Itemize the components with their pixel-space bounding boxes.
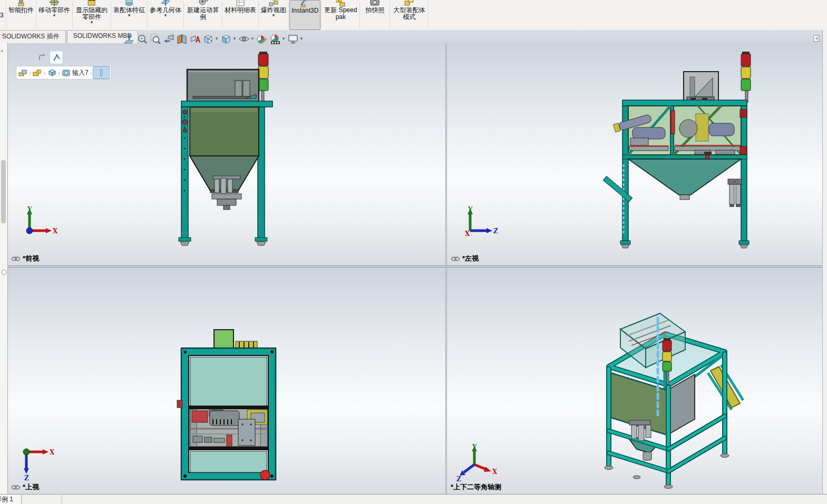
ribbon-button-smart-fastener[interactable]: 智能扣件 <box>7 0 35 30</box>
left-view-triad: Y Z X <box>461 205 499 243</box>
dropdown-caret-icon[interactable]: ▼ <box>163 14 168 18</box>
dropdown-caret-icon[interactable]: ▼ <box>299 36 304 41</box>
headsup-zoom-to-fit-button[interactable] <box>122 32 135 45</box>
headsup-zoom-window-button[interactable] <box>149 32 162 45</box>
panel-collapse-arrow-icon[interactable]: ◂ <box>1 48 3 53</box>
view-settings-icon <box>287 33 299 45</box>
dropdown-caret-icon[interactable]: ▼ <box>127 14 131 18</box>
breadcrumb-imported-feature[interactable]: 输入7 <box>61 67 90 78</box>
ribbon-button-label: Instant3D <box>291 7 318 14</box>
new-motion-study-icon <box>197 0 209 7</box>
viewport-left[interactable]: Y Z X *左视 <box>447 43 823 265</box>
headsup-edit-appearance-button[interactable] <box>255 32 268 45</box>
ribbon-separator <box>390 1 390 29</box>
collapse-pane-icon <box>812 34 821 43</box>
viewport-splitter-horizontal[interactable] <box>7 265 823 268</box>
headsup-previous-view-button[interactable] <box>162 32 175 45</box>
zoom-to-area-icon <box>137 33 148 45</box>
take-snapshot-icon <box>369 0 381 7</box>
view-orientation-icon <box>202 33 214 45</box>
dropdown-caret-icon[interactable]: ▼ <box>250 36 255 41</box>
viewport-splitter-vertical[interactable] <box>445 43 447 494</box>
dropdown-caret-icon[interactable]: ▼ <box>215 36 219 41</box>
left-top-box <box>684 72 718 101</box>
headsup-view-settings-button[interactable] <box>286 32 299 45</box>
update-speedpak-icon <box>335 0 346 7</box>
front-view-triad: Y X <box>20 205 58 243</box>
headsup-apply-scene-button[interactable] <box>268 32 281 45</box>
feature-bar-icon <box>99 68 104 77</box>
section-view-icon <box>176 33 188 45</box>
triad-axis-label: X <box>465 230 470 238</box>
viewport-label-text: *上下二等角轴测 <box>451 482 501 492</box>
viewport-isometric[interactable]: Y X Z *上下二等角轴测 <box>447 268 823 494</box>
quick-mate-button[interactable] <box>50 51 63 64</box>
forward-arrow-icon[interactable] <box>38 53 46 62</box>
part-icon <box>47 68 56 77</box>
triad-axis-label: X <box>53 228 58 235</box>
left-pneumatic-unit <box>728 179 742 207</box>
bill-of-materials-icon <box>235 0 246 7</box>
ribbon-separator <box>72 1 73 29</box>
viewport-top[interactable]: X Z *上视 <box>7 268 445 494</box>
apply-scene-icon <box>269 33 281 45</box>
assembly-features-icon <box>123 0 135 7</box>
ribbon-button-assembly-features[interactable]: 装配体特征▼ <box>112 0 147 30</box>
ribbon-button-large-assembly-mode[interactable]: 大型装配体模式 <box>391 0 427 30</box>
ribbon-button-label: 拍快照 <box>365 7 384 14</box>
collapse-pane-button[interactable] <box>812 34 821 43</box>
panel-scrollbar-thumb[interactable] <box>1 160 6 223</box>
ribbon-button-update-speedpak[interactable]: 更新 Speedpak <box>322 0 359 30</box>
triad-axis-label: Y <box>27 206 32 213</box>
headsup-zoom-to-area-button[interactable] <box>135 32 149 45</box>
ribbon-button-move-component[interactable]: 移动零部件▼ <box>37 0 72 30</box>
breadcrumb-subassembly[interactable] <box>32 67 43 78</box>
headsup-display-style-button[interactable] <box>219 32 232 45</box>
headsup-annotation-view-button[interactable] <box>188 32 201 45</box>
top-view-model <box>7 268 445 494</box>
headsup-section-view-button[interactable] <box>175 32 188 45</box>
breadcrumb-assembly[interactable] <box>17 67 28 78</box>
breadcrumb-active-feature[interactable] <box>93 66 110 79</box>
dropdown-caret-icon[interactable]: ▼ <box>52 14 56 18</box>
heads-up-view-toolbar: ▼▼▼▼▼ <box>122 32 304 45</box>
ribbon-button-reference-geometry[interactable]: 参考几何体▼ <box>148 0 183 30</box>
tab-solidworks-addins[interactable]: SOLIDWORKS 插件 <box>0 30 66 43</box>
triad-axis-label: Y <box>468 206 473 213</box>
collapsed-feature-panel[interactable]: ◂ <box>0 43 8 494</box>
top-view-triad: X Z <box>18 444 56 482</box>
isometric-view-triad: Y X Z <box>456 443 499 483</box>
triad-axis-label: X <box>50 449 55 456</box>
dropdown-caret-icon[interactable]: ▼ <box>271 14 276 18</box>
breadcrumb-part[interactable] <box>46 67 57 78</box>
left-view-model <box>447 43 823 265</box>
smart-fastener-icon <box>15 0 27 7</box>
ribbon-separator <box>222 1 222 29</box>
splitter-handle[interactable] <box>2 270 7 275</box>
ribbon-partial-button[interactable]: 3 <box>0 0 5 30</box>
front-glass-enclosure <box>187 70 259 102</box>
dropdown-caret-icon[interactable]: ▼ <box>90 21 94 25</box>
ribbon-button-new-motion-study[interactable]: 新建运动算例 <box>184 0 221 30</box>
motion-study-tab[interactable]: 算例 1 <box>0 495 22 504</box>
ribbon-button-bill-of-materials[interactable]: 材料明细表 <box>223 0 258 30</box>
headsup-hide-show-items-button[interactable] <box>237 32 250 45</box>
exploded-view-icon <box>268 0 279 7</box>
assembly-icon <box>18 68 27 77</box>
dropdown-caret-icon[interactable]: ▼ <box>232 36 237 41</box>
ribbon-separator <box>147 1 148 29</box>
headsup-view-orientation-button[interactable] <box>201 32 215 45</box>
hide-show-items-icon <box>238 33 250 45</box>
ribbon-separator <box>258 1 259 29</box>
ribbon-button-show-hidden-components[interactable]: 显示隐藏的零部件▼ <box>73 0 110 30</box>
dropdown-caret-icon[interactable]: ▼ <box>281 36 286 41</box>
viewport-front[interactable]: Y X *前视 <box>7 43 445 265</box>
viewport-label-left: *左视 <box>451 254 479 263</box>
ribbon-button-instant3d[interactable]: Instant3D <box>289 0 320 30</box>
ribbon-button-take-snapshot[interactable]: 拍快照 <box>361 0 389 30</box>
annotation-view-icon <box>189 33 201 45</box>
status-bar-divider <box>22 495 62 504</box>
iso-pneumatic-unit <box>629 420 651 441</box>
ribbon-button-label: 大型装配体模式 <box>392 7 426 21</box>
ribbon-button-exploded-view[interactable]: 爆炸视图▼ <box>259 0 288 30</box>
